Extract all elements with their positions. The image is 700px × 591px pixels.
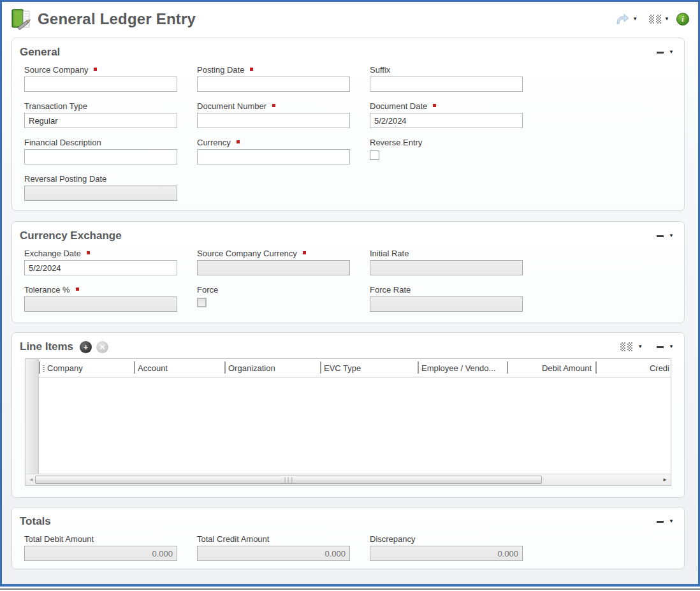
transaction-type-input[interactable]	[24, 113, 177, 128]
force-rate-input	[370, 296, 523, 312]
row-selector-column	[26, 359, 39, 474]
ledger-book-icon	[10, 8, 33, 31]
field-posting-date: Posting Date	[197, 65, 350, 95]
field-reversal-posting-date: Reversal Posting Date	[24, 174, 177, 204]
column-header-evc-type[interactable]: EVC Type	[320, 359, 418, 377]
required-marker	[250, 68, 253, 71]
section-totals: Totals ▼ Total Debit Amount Total Credit…	[11, 507, 685, 569]
tolerance-input	[24, 296, 177, 312]
required-marker	[94, 68, 97, 71]
currency-exchange-fields: Exchange Date Source Company Currency In…	[24, 249, 676, 321]
column-header-account[interactable]: Account	[134, 359, 224, 377]
document-date-input[interactable]	[370, 113, 523, 128]
document-number-input[interactable]	[197, 113, 350, 128]
layout-columns-icon[interactable]	[649, 15, 661, 24]
section-title: Totals	[20, 515, 51, 528]
workflow-arrow-icon[interactable]	[615, 13, 629, 25]
field-transaction-type: Transaction Type	[24, 101, 177, 131]
field-total-debit-amount: Total Debit Amount	[24, 534, 177, 564]
field-financial-description: Financial Description	[24, 138, 177, 168]
field-reverse-entry: Reverse Entry	[370, 138, 523, 168]
section-menu-caret-icon[interactable]: ▼	[669, 344, 674, 349]
grid-header-row: Company Account Organization EVC Type Em…	[39, 359, 671, 377]
section-menu-caret-icon[interactable]: ▼	[669, 519, 674, 524]
force-checkbox	[197, 298, 207, 307]
source-company-currency-input	[197, 260, 350, 275]
totals-fields: Total Debit Amount Total Credit Amount D…	[24, 534, 676, 569]
required-marker	[272, 104, 275, 107]
column-header-credit-amount[interactable]: Credi	[595, 359, 671, 377]
scroll-grip-icon: |||	[284, 477, 294, 483]
field-exchange-date: Exchange Date	[24, 249, 177, 279]
section-general-header: General ▼	[20, 43, 676, 61]
general-fields: Source Company Posting Date Suffix Trans…	[24, 65, 676, 210]
column-header-organization[interactable]: Organization	[224, 359, 320, 377]
delete-line-button[interactable]: ✕	[96, 341, 108, 353]
required-marker	[303, 251, 306, 254]
field-source-company-currency: Source Company Currency	[197, 249, 350, 279]
required-marker	[237, 140, 240, 143]
column-header-employee-vendor[interactable]: Employee / Vendo...	[418, 359, 507, 377]
section-line-items: Line Items + ✕ ▼ ▼ Company Account Organ…	[11, 332, 685, 498]
field-tolerance: Tolerance %	[24, 285, 177, 315]
scroll-left-icon[interactable]: ◄	[27, 478, 35, 483]
general-ledger-entry-window: General Ledger Entry ▼ ▼ i General ▼ S	[0, 0, 700, 587]
section-line-items-header: Line Items + ✕ ▼ ▼	[20, 338, 676, 356]
discrepancy-input	[370, 546, 523, 561]
grid-body-empty[interactable]	[39, 377, 671, 474]
currency-input[interactable]	[197, 149, 350, 164]
column-grip-icon[interactable]	[43, 364, 45, 372]
layout-caret-icon[interactable]: ▼	[664, 17, 669, 22]
collapse-icon[interactable]	[657, 52, 664, 54]
grid-columns-icon[interactable]	[620, 342, 632, 351]
field-total-credit-amount: Total Credit Amount	[197, 534, 350, 564]
required-marker	[76, 288, 79, 291]
window-bottom-shadow	[0, 588, 700, 590]
financial-description-input[interactable]	[24, 149, 177, 164]
required-marker	[87, 251, 90, 254]
field-initial-rate: Initial Rate	[370, 249, 523, 279]
section-title: Line Items	[20, 340, 73, 353]
section-currency-header: Currency Exchange ▼	[20, 227, 676, 245]
hscrollbar-thumb[interactable]: |||	[35, 476, 542, 484]
field-document-number: Document Number	[197, 101, 350, 131]
add-line-button[interactable]: +	[80, 341, 92, 353]
section-currency-exchange: Currency Exchange ▼ Exchange Date Source…	[11, 221, 685, 323]
reverse-entry-checkbox[interactable]	[370, 150, 379, 160]
section-general: General ▼ Source Company Posting Date Su…	[11, 38, 685, 211]
total-credit-amount-input	[197, 546, 350, 561]
required-marker	[433, 104, 436, 107]
collapse-icon[interactable]	[657, 521, 664, 523]
field-document-date: Document Date	[370, 101, 523, 131]
field-source-company: Source Company	[24, 65, 177, 95]
section-title: General	[20, 46, 60, 59]
field-suffix: Suffix	[370, 65, 523, 95]
section-menu-caret-icon[interactable]: ▼	[669, 233, 674, 238]
workflow-caret-icon[interactable]: ▼	[632, 17, 638, 22]
scroll-right-icon[interactable]: ►	[661, 478, 669, 483]
collapse-icon[interactable]	[657, 346, 664, 348]
page-title: General Ledger Entry	[38, 10, 196, 28]
column-header-company[interactable]: Company	[39, 359, 134, 377]
total-debit-amount-input	[24, 546, 177, 561]
titlebar: General Ledger Entry ▼ ▼ i	[2, 2, 698, 36]
column-header-debit-amount[interactable]: Debit Amount	[507, 359, 595, 377]
grid-columns-caret-icon[interactable]: ▼	[638, 344, 643, 349]
source-company-input[interactable]	[24, 77, 177, 92]
section-title: Currency Exchange	[20, 230, 122, 242]
field-force: Force	[197, 285, 350, 315]
titlebar-actions: ▼ ▼ i	[615, 13, 689, 26]
info-icon[interactable]: i	[676, 13, 689, 26]
collapse-icon[interactable]	[657, 235, 664, 237]
posting-date-input[interactable]	[197, 77, 350, 92]
section-totals-header: Totals ▼	[20, 513, 676, 530]
horizontal-scrollbar[interactable]: ◄ ||| ►	[26, 474, 671, 485]
field-discrepancy: Discrepancy	[370, 534, 523, 564]
exchange-date-input[interactable]	[24, 260, 177, 275]
suffix-input[interactable]	[370, 77, 523, 92]
field-currency: Currency	[197, 138, 350, 168]
section-menu-caret-icon[interactable]: ▼	[669, 50, 674, 55]
initial-rate-input	[370, 260, 523, 275]
field-force-rate: Force Rate	[370, 285, 523, 315]
line-items-grid: Company Account Organization EVC Type Em…	[25, 358, 671, 486]
